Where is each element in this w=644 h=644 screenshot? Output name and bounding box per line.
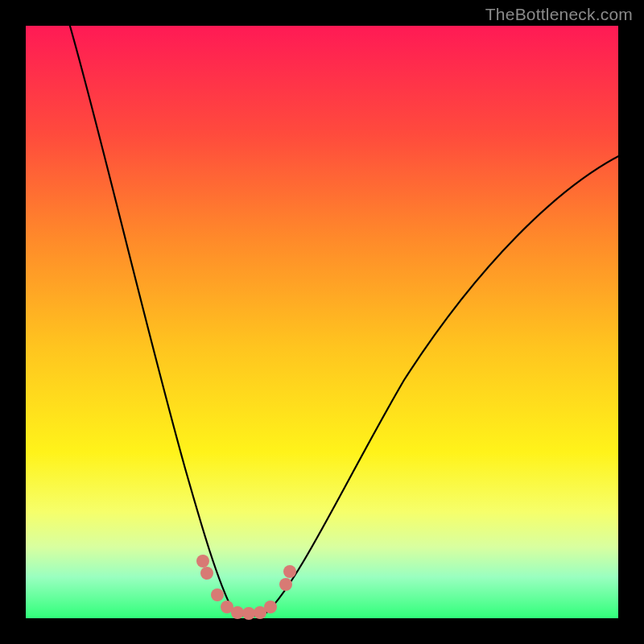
marker-dot xyxy=(200,567,213,580)
marker-dot xyxy=(196,555,209,568)
marker-dot xyxy=(211,588,224,601)
marker-dot xyxy=(231,606,244,619)
marker-dot xyxy=(279,578,292,591)
marker-dot xyxy=(264,601,277,613)
chart-frame: TheBottleneck.com xyxy=(0,0,644,644)
bottleneck-curve-right xyxy=(267,153,625,612)
chart-overlay xyxy=(26,26,618,618)
watermark-text: TheBottleneck.com xyxy=(485,5,633,24)
bottleneck-curve-left xyxy=(68,18,233,612)
marker-dot xyxy=(242,607,255,620)
near-optimal-markers xyxy=(196,555,296,620)
marker-dot xyxy=(283,565,296,578)
